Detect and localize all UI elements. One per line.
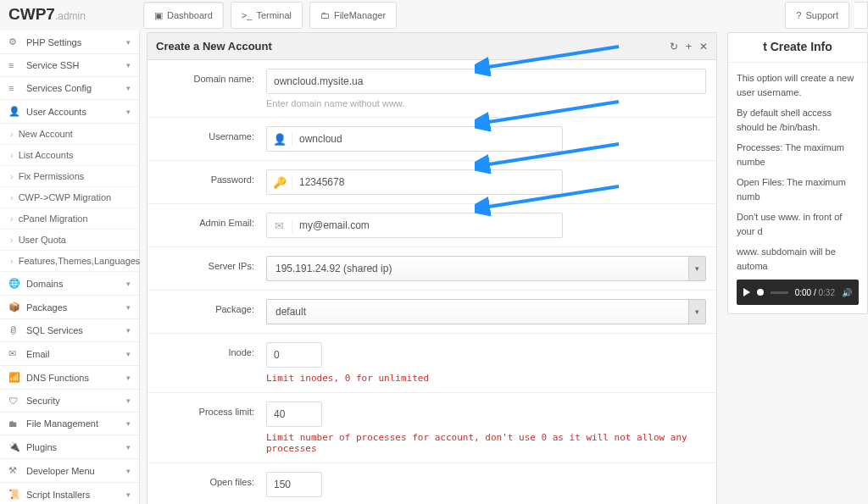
create-account-panel: Create a New Account ↻ + ✕ Domain name: …: [147, 32, 717, 504]
password-label: Password:: [147, 169, 266, 185]
brand: CWP7.admin: [0, 0, 140, 30]
dashboard-icon: ▣: [154, 10, 163, 21]
caret-icon: ▾: [126, 490, 131, 499]
gear-icon: ⚙: [8, 36, 20, 47]
volume-icon[interactable]: 🔊: [842, 286, 852, 299]
process-label: Process limit:: [147, 402, 266, 417]
add-icon[interactable]: +: [686, 41, 692, 53]
tool-icon: ⚒: [8, 465, 20, 476]
openfiles-label: Open files:: [147, 472, 266, 487]
tab-label: Terminal: [256, 10, 292, 20]
database-icon: 🛢: [8, 325, 20, 335]
chevron-down-icon: ▾: [688, 300, 705, 324]
package-label: Package:: [147, 299, 266, 314]
progress-track[interactable]: [771, 291, 788, 294]
domain-label: Domain name:: [147, 69, 266, 84]
sidebar: ⚙PHP Settings▾ ≡Service SSH▾ ≡Services C…: [0, 30, 140, 504]
subnav-list-accounts[interactable]: List Accounts: [0, 145, 139, 166]
files-icon: 🖿: [8, 418, 20, 429]
nav-dns-functions[interactable]: 📶DNS Functions▾: [0, 366, 139, 390]
support-button[interactable]: ? Support: [785, 2, 849, 29]
caret-icon: ▾: [126, 280, 131, 288]
subnav-cpanel-migration[interactable]: cPanel Migration: [0, 208, 139, 230]
email-label: Admin Email:: [147, 213, 266, 228]
inode-label: Inode:: [147, 342, 266, 357]
subnav-fix-permissions[interactable]: Fix Permissions: [0, 166, 139, 187]
panel-title: Create a New Account: [156, 40, 272, 53]
subnav-cwp-migration[interactable]: CWP->CWP Migration: [0, 187, 139, 208]
subnav-new-account[interactable]: New Account: [0, 124, 139, 145]
info-column: t Create Info This option will create a …: [724, 30, 868, 504]
caret-icon: ▾: [126, 467, 131, 475]
serverip-value: 195.191.24.92 (shared ip): [275, 263, 392, 274]
username-input[interactable]: [292, 127, 562, 151]
close-icon[interactable]: ✕: [699, 41, 708, 53]
list-icon: ≡: [8, 60, 20, 70]
mail-icon: ✉: [8, 348, 20, 359]
reload-icon[interactable]: ↻: [670, 41, 678, 53]
play-icon[interactable]: [743, 288, 750, 296]
main-content: Create a New Account ↻ + ✕ Domain name: …: [140, 30, 724, 504]
serverip-label: Server IPs:: [147, 256, 266, 271]
panel-header: Create a New Account ↻ + ✕: [147, 33, 716, 60]
terminal-icon: >_: [242, 10, 253, 20]
nav-packages[interactable]: 📦Packages▾: [0, 296, 139, 319]
info-panel: t Create Info This option will create a …: [727, 32, 868, 314]
audio-time: 0:00 / 0:32: [795, 286, 835, 299]
truncated-button[interactable]: [854, 2, 868, 29]
caret-icon: ▾: [126, 396, 131, 405]
nav-php-settings[interactable]: ⚙PHP Settings▾: [0, 30, 139, 54]
domain-input[interactable]: [267, 69, 705, 93]
caret-icon: ▾: [126, 84, 131, 92]
nav-file-management[interactable]: 🖿File Management▾: [0, 413, 139, 435]
list-icon: ≡: [8, 83, 20, 93]
caret-icon: ▾: [126, 374, 131, 382]
nav-script-installers[interactable]: 📜Script Installers▾: [0, 483, 139, 504]
tab-dashboard[interactable]: ▣ Dashboard: [143, 2, 224, 29]
script-icon: 📜: [8, 489, 20, 500]
caret-icon: ▾: [126, 350, 131, 358]
nav-developer-menu[interactable]: ⚒Developer Menu▾: [0, 459, 139, 483]
audio-player[interactable]: 0:00 / 0:32 🔊: [737, 280, 859, 305]
progress-thumb[interactable]: [757, 289, 764, 296]
caret-icon: ▾: [126, 443, 131, 451]
nav-sql-services[interactable]: 🛢SQL Services▾: [0, 319, 139, 342]
serverip-select[interactable]: 195.191.24.92 (shared ip) ▾: [266, 256, 706, 281]
domain-input-wrap: [266, 69, 706, 94]
process-input[interactable]: [267, 402, 408, 426]
tab-terminal[interactable]: >_ Terminal: [231, 2, 303, 29]
nav-user-accounts[interactable]: 👤User Accounts▾: [0, 100, 139, 124]
nav-services-config[interactable]: ≡Services Config▾: [0, 77, 139, 100]
info-title: t Create Info: [728, 33, 867, 63]
nav-email[interactable]: ✉Email▾: [0, 342, 139, 366]
package-value: default: [275, 306, 306, 318]
shield-icon: 🛡: [8, 396, 20, 406]
password-input[interactable]: [292, 170, 562, 194]
top-bar: CWP7.admin ▣ Dashboard >_ Terminal 🗀 Fil…: [0, 0, 868, 30]
signal-icon: 📶: [8, 372, 20, 383]
inode-note: Limit inodes, 0 for unlimited: [266, 373, 706, 384]
package-select[interactable]: default ▾: [266, 299, 706, 324]
nav-service-ssh[interactable]: ≡Service SSH▾: [0, 54, 139, 77]
caret-icon: ▾: [126, 419, 131, 428]
help-icon: ?: [796, 10, 801, 20]
folder-icon: 🗀: [320, 10, 330, 20]
inode-input[interactable]: [267, 343, 408, 367]
subnav-user-quota[interactable]: User Quota: [0, 230, 139, 251]
tab-filemanager[interactable]: 🗀 FileManager: [309, 2, 397, 29]
plug-icon: 🔌: [8, 441, 20, 452]
package-icon: 📦: [8, 302, 20, 313]
nav-plugins[interactable]: 🔌Plugins▾: [0, 435, 139, 459]
tab-label: FileManager: [334, 10, 386, 20]
nav-security[interactable]: 🛡Security▾: [0, 390, 139, 413]
email-input[interactable]: [292, 213, 562, 237]
openfiles-input[interactable]: [267, 473, 408, 496]
nav-domains[interactable]: 🌐Domains▾: [0, 272, 139, 296]
mail-icon: ✉: [267, 219, 292, 232]
subnav-features-themes[interactable]: Features,Themes,Languages: [0, 251, 139, 272]
user-icon: 👤: [267, 133, 292, 146]
domain-hint: Enter domain name without www.: [266, 98, 706, 108]
user-icon: 👤: [8, 106, 20, 117]
key-icon: 🔑: [267, 176, 292, 189]
caret-icon: ▾: [126, 108, 131, 116]
